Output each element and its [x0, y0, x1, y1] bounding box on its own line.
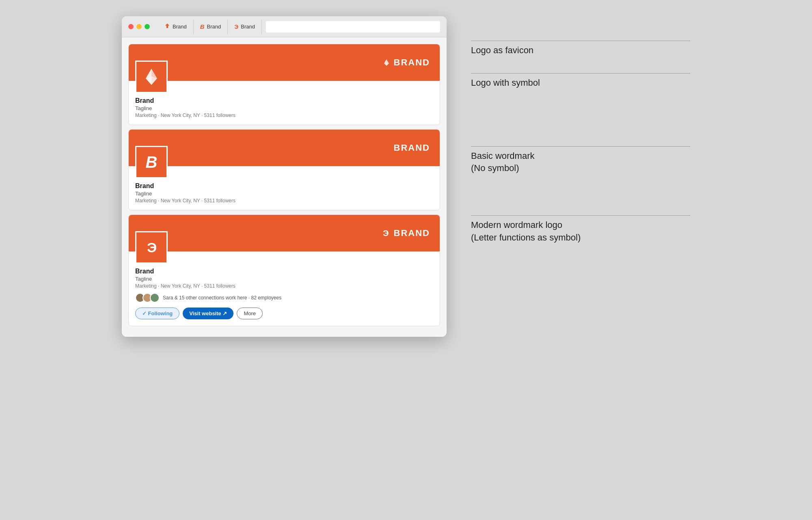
card3-connections: Sara & 15 other connections work here · … — [135, 293, 433, 303]
card3-banner: Э ЭBRAND — [129, 215, 440, 251]
card1-body: Brand Tagline Marketing · New York City,… — [129, 81, 440, 125]
card3-logo-box: Э — [135, 231, 168, 264]
browser-window: Brand B Brand Э Brand — [122, 16, 447, 337]
visit-website-button[interactable]: Visit website ↗ — [183, 308, 233, 319]
avatar-stack — [135, 293, 160, 303]
linkedin-card-2: B BRAND Brand Tagline Marketing · New Yo… — [128, 129, 440, 210]
card1-meta: Marketing · New York City, NY · 5311 fol… — [135, 113, 433, 118]
tab3-icon: Э — [234, 24, 238, 30]
browser-tab-1[interactable]: Brand — [158, 20, 194, 34]
card1-banner-symbol — [382, 58, 391, 67]
avatar-3 — [150, 293, 160, 303]
card2-meta: Marketing · New York City, NY · 5311 fol… — [135, 198, 433, 204]
annotation-favicon: Logo as favicon — [471, 41, 690, 73]
tab2-icon: B — [200, 23, 205, 30]
annotation-text-1: Logo as favicon — [471, 44, 690, 73]
annotation-line-3 — [471, 146, 690, 147]
card1-company-name: Brand — [135, 97, 433, 104]
card2-body: Brand Tagline Marketing · New York City,… — [129, 166, 440, 210]
annotation-text-3: Basic wordmark(No symbol) — [471, 150, 690, 191]
card3-buttons: ✓ Following Visit website ↗ More — [135, 308, 433, 319]
card3-body: Brand Tagline Marketing · New York City,… — [129, 251, 440, 326]
card2-company-name: Brand — [135, 182, 433, 190]
card2-banner: B BRAND — [129, 130, 440, 166]
annotation-line-1 — [471, 41, 690, 41]
card3-tagline: Tagline — [135, 276, 433, 282]
main-layout: Brand B Brand Э Brand — [122, 16, 690, 337]
annotation-text-4: Modern wordmark logo(Letter functions as… — [471, 219, 690, 260]
card1-tagline: Tagline — [135, 105, 433, 111]
card3-logo-33: Э — [147, 240, 156, 256]
browser-content: BRAND Brand Tagline Marketing · New York… — [122, 37, 447, 337]
card2-banner-text: BRAND — [394, 143, 430, 153]
tab1-icon — [164, 23, 170, 30]
card2-logo-b: B — [146, 153, 158, 171]
card1-banner: BRAND — [129, 44, 440, 81]
card3-company-name: Brand — [135, 268, 433, 275]
annotation-modern-wordmark: Modern wordmark logo(Letter functions as… — [471, 215, 690, 260]
tab3-label: Brand — [241, 24, 255, 30]
connections-text: Sara & 15 other connections work here · … — [163, 295, 281, 301]
card2-tagline: Tagline — [135, 191, 433, 197]
tab1-label: Brand — [173, 24, 187, 30]
close-dot[interactable] — [128, 24, 134, 29]
annotation-wordmark: Basic wordmark(No symbol) — [471, 146, 690, 216]
card1-logo-symbol — [142, 67, 161, 87]
linkedin-card-3: Э ЭBRAND Brand Tagline Marketing · New Y… — [128, 214, 440, 326]
annotation-line-4 — [471, 215, 690, 216]
card3-meta: Marketing · New York City, NY · 5311 fol… — [135, 283, 433, 289]
card3-banner-text: ЭBRAND — [383, 228, 430, 238]
annotations-panel: Logo as favicon Logo with symbol Basic w… — [471, 16, 690, 260]
browser-window-controls — [128, 24, 150, 29]
card1-banner-text: BRAND — [382, 57, 430, 68]
address-bar[interactable] — [266, 21, 440, 32]
card1-logo-box — [135, 61, 168, 93]
browser-tabs: Brand B Brand Э Brand — [158, 20, 440, 34]
more-button[interactable]: More — [237, 308, 263, 319]
annotation-text-2: Logo with symbol — [471, 77, 690, 106]
linkedin-card-1: BRAND Brand Tagline Marketing · New York… — [128, 44, 440, 125]
maximize-dot[interactable] — [145, 24, 150, 29]
minimize-dot[interactable] — [136, 24, 142, 29]
tab2-label: Brand — [207, 24, 221, 30]
browser-tab-3[interactable]: Э Brand — [228, 20, 262, 34]
annotation-symbol: Logo with symbol — [471, 73, 690, 146]
following-button[interactable]: ✓ Following — [135, 308, 179, 319]
browser-titlebar: Brand B Brand Э Brand — [122, 16, 447, 37]
browser-tab-2[interactable]: B Brand — [194, 20, 228, 34]
annotation-line-2 — [471, 73, 690, 74]
card2-logo-box: B — [135, 146, 168, 178]
